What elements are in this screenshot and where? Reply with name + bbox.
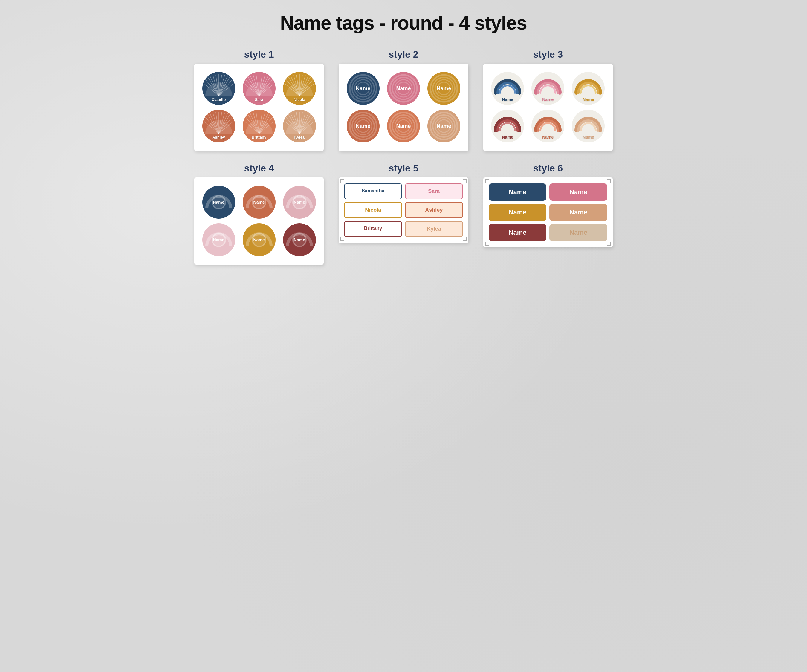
style4-name-6: Name	[294, 237, 305, 242]
style6-tag-3: Name	[489, 204, 547, 221]
style1-name-sara: Sara	[255, 98, 263, 105]
style4-name-5: Name	[254, 237, 265, 242]
style4-circle-3: Name	[283, 186, 316, 218]
style3-circle-6: Name	[572, 109, 604, 142]
style3-name-2: Name	[542, 97, 553, 105]
style2-circle-4: Name	[347, 109, 380, 142]
style-2-card: Name Name Name	[339, 64, 468, 151]
style3-circle-4: Name	[491, 109, 524, 142]
style4-circle-1: Name	[203, 186, 235, 218]
style1-name-claudio: Claudio	[212, 98, 226, 105]
style-2-label: style 2	[389, 49, 418, 60]
style6-tag-6: Name	[550, 224, 607, 241]
style1-name-brittany: Brittany	[252, 135, 266, 142]
style-4-card: Name Name Name	[194, 177, 324, 265]
style4-circle-2: Name	[243, 186, 276, 218]
style2-name-5: Name	[396, 123, 411, 129]
style2-name-1: Name	[356, 85, 370, 92]
style1-circle-4: Ashley	[203, 109, 235, 142]
style-3-block: style 3 Name Name	[483, 49, 613, 151]
style1-circle-1: Claudio	[203, 72, 235, 105]
style5-tag-kylea: Kylea	[405, 221, 463, 237]
style4-name-3: Name	[294, 200, 305, 205]
style4-circle-4: Name	[203, 223, 235, 256]
style4-name-2: Name	[254, 200, 265, 205]
style-3-card: Name Name Name	[483, 64, 613, 151]
styles-grid: style 1 Claudio	[194, 49, 613, 265]
style3-name-1: Name	[502, 97, 513, 105]
style4-name-1: Name	[213, 200, 224, 205]
style-5-label: style 5	[389, 163, 418, 174]
style-6-label: style 6	[533, 163, 563, 174]
style4-circle-5: Name	[243, 223, 276, 256]
style4-circle-6: Name	[283, 223, 316, 256]
style-3-label: style 3	[533, 49, 563, 60]
style5-tag-samantha: Samantha	[344, 184, 402, 199]
style1-name-nicola: Nicola	[294, 98, 305, 105]
style2-circle-1: Name	[347, 72, 380, 105]
page-title: Name tags - round - 4 styles	[280, 12, 527, 34]
style-1-label: style 1	[244, 49, 274, 60]
style1-circle-3: Nicola	[283, 72, 316, 105]
style5-tag-sara: Sara	[405, 184, 463, 199]
style6-tag-1: Name	[489, 184, 547, 201]
style-1-block: style 1 Claudio	[194, 49, 324, 151]
style-6-block: style 6 Name Name Name Name Name Name	[483, 163, 613, 265]
style3-circle-3: Name	[572, 72, 604, 105]
style1-circle-5: Brittany	[243, 109, 276, 142]
style1-circle-2: Sara	[243, 72, 276, 105]
style2-circle-3: Name	[427, 72, 460, 105]
style1-circle-6: Kylea	[283, 109, 316, 142]
style2-name-2: Name	[396, 85, 411, 92]
style3-circle-5: Name	[531, 109, 564, 142]
style-4-label: style 4	[244, 163, 274, 174]
style5-tag-nicola: Nicola	[344, 202, 402, 218]
style2-circle-2: Name	[387, 72, 420, 105]
style-2-block: style 2 Name Name	[339, 49, 468, 151]
style2-circle-6: Name	[427, 109, 460, 142]
style1-name-ashley: Ashley	[212, 135, 225, 142]
style2-name-4: Name	[356, 123, 370, 129]
style5-tag-brittany: Brittany	[344, 221, 402, 237]
style-6-card: Name Name Name Name Name Name	[483, 177, 613, 247]
style3-name-5: Name	[542, 135, 553, 142]
style-5-card: Samantha Sara Nicola Ashley Brittany Kyl…	[339, 177, 468, 243]
style3-name-3: Name	[583, 97, 594, 105]
style1-name-kylea: Kylea	[294, 135, 305, 142]
style-1-card: Claudio Sara	[194, 64, 324, 151]
style-4-block: style 4 Name Name	[194, 163, 324, 265]
style3-name-4: Name	[502, 135, 513, 142]
style5-tag-ashley: Ashley	[405, 202, 463, 218]
style3-circle-2: Name	[531, 72, 564, 105]
style2-name-6: Name	[437, 123, 451, 129]
style4-name-4: Name	[213, 237, 224, 242]
style3-name-6: Name	[583, 135, 594, 142]
style2-circle-5: Name	[387, 109, 420, 142]
style3-circle-1: Name	[491, 72, 524, 105]
style6-tag-2: Name	[550, 184, 607, 201]
style6-tag-5: Name	[489, 224, 547, 241]
style2-name-3: Name	[437, 85, 451, 92]
style6-tag-4: Name	[550, 204, 607, 221]
style-5-block: style 5 Samantha Sara Nicola Ashley Brit…	[339, 163, 468, 265]
